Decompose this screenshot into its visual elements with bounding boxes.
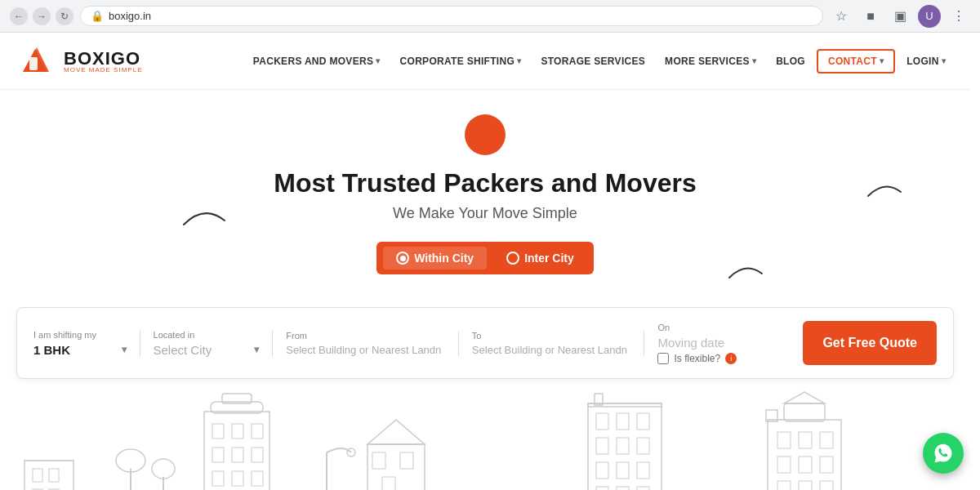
info-icon[interactable]: i — [725, 353, 737, 364]
svg-rect-22 — [368, 444, 425, 490]
from-label: From — [286, 331, 445, 341]
tab-inter-city[interactable]: Inter City — [493, 247, 587, 270]
chevron-down-icon: ▾ — [254, 344, 259, 355]
svg-rect-24 — [382, 477, 395, 490]
from-field: From Select Building or Nearest Landn — [273, 331, 459, 356]
date-field: On Moving date Is flexible? i — [644, 323, 790, 364]
svg-rect-31 — [596, 438, 608, 454]
svg-rect-32 — [617, 438, 629, 454]
nav-contact[interactable]: CONTACT ▾ — [817, 49, 895, 74]
chevron-down-icon: ▾ — [376, 56, 380, 65]
back-button[interactable]: ← — [10, 7, 28, 25]
svg-rect-29 — [617, 413, 629, 430]
nav-links: PACKERS AND MOVERS ▾ CORPORATE SHIFTING … — [245, 49, 954, 74]
curve-decoration-right2 — [725, 261, 766, 285]
svg-rect-25 — [372, 452, 385, 469]
svg-rect-18 — [232, 471, 243, 486]
chevron-down-icon: ▾ — [517, 56, 521, 65]
extensions-button[interactable]: ■ — [859, 5, 882, 28]
svg-rect-10 — [204, 412, 270, 490]
svg-rect-50 — [820, 481, 833, 490]
skyline-illustration — [0, 387, 970, 490]
curve-decoration-right — [864, 180, 905, 203]
city-label: Located in — [154, 330, 260, 340]
address-bar[interactable]: 🔒 boxigo.in — [80, 6, 823, 26]
svg-marker-23 — [368, 420, 425, 444]
bookmark-button[interactable]: ☆ — [830, 5, 853, 28]
date-input[interactable]: Moving date — [657, 336, 777, 350]
svg-rect-17 — [212, 471, 224, 486]
nav-storage[interactable]: STORAGE SERVICES — [532, 49, 653, 74]
city-field: Located in Select City ▾ — [140, 330, 274, 357]
svg-point-59 — [116, 449, 145, 472]
svg-rect-30 — [637, 413, 649, 430]
svg-rect-5 — [49, 469, 59, 482]
hero-subtitle: We Make Your Move Simple — [16, 205, 954, 222]
forward-button[interactable]: → — [33, 7, 51, 25]
svg-rect-12 — [232, 424, 243, 439]
date-label: On — [657, 323, 777, 332]
svg-rect-35 — [617, 462, 629, 479]
svg-rect-37 — [596, 487, 608, 490]
tab-within-city[interactable]: Within City — [383, 247, 487, 270]
radio-inter-city — [506, 252, 519, 265]
flexible-row: Is flexible? i — [657, 353, 777, 364]
svg-rect-46 — [777, 457, 791, 473]
nav-blog[interactable]: BLOG — [768, 49, 813, 74]
svg-point-61 — [152, 459, 175, 479]
svg-rect-39 — [637, 487, 649, 490]
browser-chrome: ← → ↻ 🔒 boxigo.in ☆ ■ ▣ U ⋮ — [0, 0, 980, 33]
radio-inner-icon — [400, 256, 406, 261]
svg-rect-13 — [252, 424, 263, 439]
shifting-select[interactable]: 1 BHK ▾ — [33, 343, 127, 357]
svg-rect-45 — [820, 432, 833, 448]
svg-rect-4 — [33, 469, 42, 482]
svg-rect-49 — [777, 481, 791, 490]
shifting-label: I am shifting my — [33, 330, 127, 340]
svg-rect-19 — [252, 471, 263, 486]
radio-within-city — [396, 252, 409, 265]
nav-corporate[interactable]: CORPORATE SHIFTING ▾ — [392, 49, 530, 74]
shifting-field: I am shifting my 1 BHK ▾ — [33, 330, 140, 357]
flexible-label: Is flexible? — [674, 353, 720, 364]
to-input[interactable]: Select Building or Nearest Landn — [472, 344, 631, 356]
svg-rect-26 — [400, 452, 413, 469]
svg-rect-51 — [799, 481, 812, 490]
extensions2-button[interactable]: ▣ — [889, 5, 911, 28]
svg-rect-36 — [637, 462, 649, 479]
menu-button[interactable]: ⋮ — [947, 5, 970, 28]
logo-tagline: MOVE MADE SIMPLE — [64, 66, 142, 74]
to-field: To Select Building or Nearest Landn — [459, 331, 645, 356]
svg-rect-33 — [637, 438, 649, 454]
chevron-down-icon: ▾ — [880, 56, 884, 65]
profile-button[interactable]: U — [918, 5, 941, 28]
nav-more[interactable]: MORE SERVICES ▾ — [657, 49, 764, 74]
whatsapp-icon — [932, 442, 955, 465]
logo-icon — [16, 41, 57, 82]
chevron-down-icon: ▾ — [122, 344, 127, 355]
chevron-down-icon: ▾ — [752, 56, 756, 65]
navbar: BOXIGO MOVE MADE SIMPLE PACKERS AND MOVE… — [0, 33, 970, 90]
refresh-button[interactable]: ↻ — [56, 7, 74, 25]
flexible-checkbox[interactable] — [657, 353, 669, 364]
hero-circle-icon — [465, 114, 506, 155]
svg-rect-34 — [596, 462, 608, 479]
from-input[interactable]: Select Building or Nearest Landn — [286, 344, 445, 356]
chevron-down-icon: ▾ — [942, 56, 946, 65]
svg-rect-43 — [777, 432, 791, 448]
move-type-tabs: Within City Inter City — [376, 242, 594, 274]
svg-rect-42 — [768, 420, 841, 490]
logo[interactable]: BOXIGO MOVE MADE SIMPLE — [16, 41, 142, 82]
svg-rect-44 — [799, 432, 812, 448]
nav-login[interactable]: LOGIN ▾ — [898, 49, 954, 74]
whatsapp-button[interactable] — [923, 433, 964, 474]
svg-rect-47 — [799, 457, 812, 473]
radio-empty-icon — [510, 256, 516, 261]
svg-rect-53 — [784, 403, 825, 421]
main-page: BOXIGO MOVE MADE SIMPLE PACKERS AND MOVE… — [0, 33, 970, 490]
quote-form: I am shifting my 1 BHK ▾ Located in Sele… — [16, 307, 954, 379]
get-quote-button[interactable]: Get Free Quote — [803, 321, 937, 365]
url-text: boxigo.in — [109, 10, 151, 22]
nav-packers-movers[interactable]: PACKERS AND MOVERS ▾ — [245, 49, 389, 74]
city-select[interactable]: Select City ▾ — [154, 343, 260, 357]
